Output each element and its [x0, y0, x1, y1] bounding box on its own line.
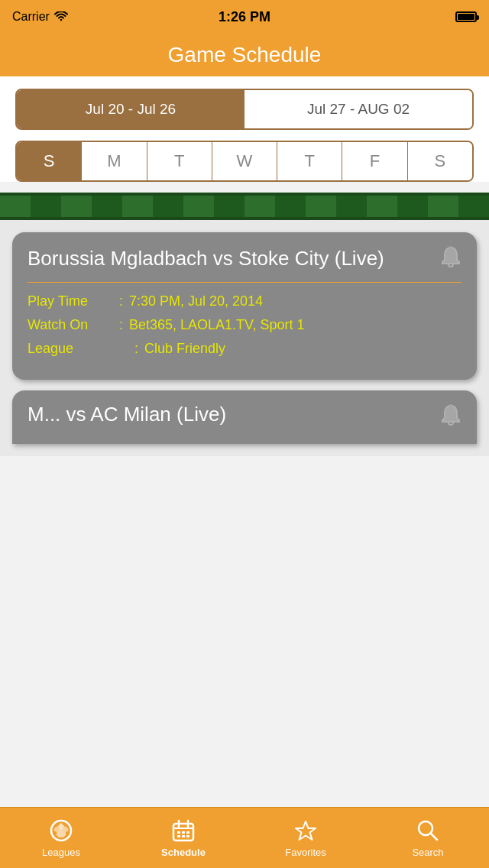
tab-favorites[interactable]: Favorites: [244, 808, 367, 868]
main-content: Jul 20 - Jul 26 Jul 27 - AUG 02 S M T W …: [0, 76, 489, 807]
day-tab-mon[interactable]: M: [82, 142, 147, 180]
calendar-icon: [170, 818, 196, 844]
game-list: Borussia Mgladbach vs Stoke City (Live) …: [0, 220, 489, 456]
tab-favorites-label: Favorites: [285, 847, 325, 858]
play-time-colon: :: [119, 293, 123, 309]
league-row: League : Club Friendly: [28, 341, 461, 357]
day-tabs: S M T W T F S: [15, 141, 474, 182]
battery-icon: [455, 11, 477, 22]
day-tab-sat[interactable]: S: [408, 142, 472, 180]
tab-search[interactable]: Search: [367, 808, 489, 868]
battery-indicator: [455, 11, 477, 22]
svg-point-0: [449, 246, 452, 249]
star-icon: [293, 818, 319, 844]
day-tab-sun[interactable]: S: [17, 142, 82, 180]
game-card-1[interactable]: Borussia Mgladbach vs Stoke City (Live) …: [12, 232, 477, 380]
league-label: League: [28, 341, 119, 357]
day-tab-wed[interactable]: W: [212, 142, 277, 180]
tab-search-label: Search: [412, 847, 443, 858]
tab-bar: Leagues Schedule Favorites: [0, 807, 489, 868]
svg-rect-15: [182, 835, 185, 837]
svg-line-19: [431, 834, 437, 840]
tab-schedule-label: Schedule: [161, 847, 206, 858]
soccer-ball-icon: [48, 818, 74, 844]
svg-rect-11: [177, 831, 180, 834]
tab-leagues-label: Leagues: [42, 847, 80, 858]
watch-on-value: Bet365, LAOLA1.TV, Sport 1: [129, 317, 304, 333]
league-value: Club Friendly: [144, 341, 225, 357]
play-time-label: Play Time: [28, 293, 119, 309]
league-colon: :: [134, 341, 138, 357]
svg-rect-16: [186, 835, 189, 837]
svg-rect-14: [177, 835, 180, 837]
app-header: Game Schedule: [0, 34, 489, 76]
bell-icon: [437, 245, 465, 272]
tab-leagues[interactable]: Leagues: [0, 808, 122, 868]
day-tab-tue[interactable]: T: [147, 142, 212, 180]
week-tab-1[interactable]: Jul 20 - Jul 26: [17, 90, 244, 128]
status-bar: Carrier 1:26 PM: [0, 0, 489, 34]
carrier-info: Carrier: [12, 10, 68, 24]
status-time: 1:26 PM: [219, 9, 270, 25]
svg-rect-12: [182, 831, 185, 834]
week-tabs: Jul 20 - Jul 26 Jul 27 - AUG 02: [15, 89, 474, 130]
day-tab-thu[interactable]: T: [277, 142, 342, 180]
tab-schedule[interactable]: Schedule: [122, 808, 244, 868]
watch-on-label: Watch On: [28, 317, 119, 333]
search-icon: [415, 818, 441, 844]
card-divider-1: [28, 282, 461, 283]
svg-rect-13: [186, 831, 189, 834]
bell-icon-2: [437, 403, 465, 430]
watch-on-colon: :: [119, 317, 123, 333]
wifi-icon: [54, 11, 68, 22]
page-title: Game Schedule: [168, 43, 322, 67]
game-card-2[interactable]: M... vs AC Milan (Live): [12, 390, 477, 444]
week-tab-2[interactable]: Jul 27 - AUG 02: [244, 90, 472, 128]
week-selector: Jul 20 - Jul 26 Jul 27 - AUG 02 S M T W …: [0, 76, 489, 182]
svg-point-1: [449, 404, 452, 407]
game-title-1: Borussia Mgladbach vs Stoke City (Live): [28, 246, 461, 271]
play-time-value: 7:30 PM, Jul 20, 2014: [129, 293, 263, 309]
play-time-row: Play Time : 7:30 PM, Jul 20, 2014: [28, 293, 461, 309]
carrier-text: Carrier: [12, 10, 50, 24]
svg-marker-17: [296, 821, 316, 840]
day-tab-fri[interactable]: F: [342, 142, 407, 180]
field-stripe: [0, 193, 489, 220]
game-title-2: M... vs AC Milan (Live): [28, 403, 461, 426]
watch-on-row: Watch On : Bet365, LAOLA1.TV, Sport 1: [28, 317, 461, 333]
